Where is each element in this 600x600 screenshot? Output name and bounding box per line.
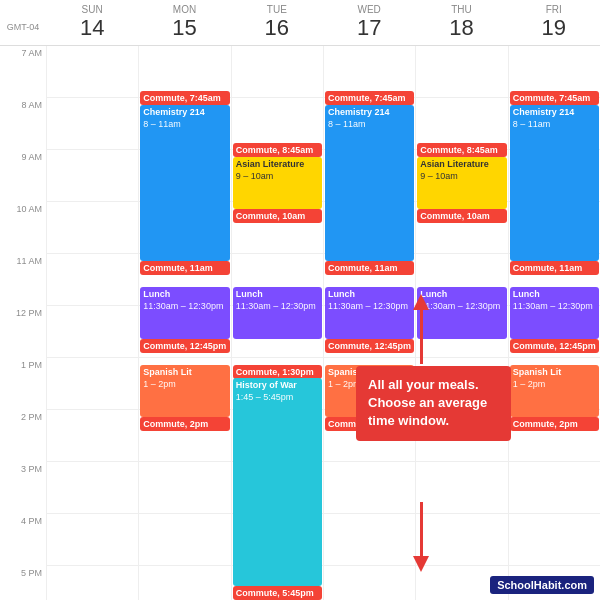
event-chemistry-fri: Chemistry 214 8 – 11am xyxy=(510,105,599,261)
event-history-tue: History of War 1:45 – 5:45pm xyxy=(233,378,322,586)
day-header-sun: SUN 14 xyxy=(46,4,138,41)
event-lunch-thu: Lunch 11:30am – 12:30pm xyxy=(417,287,506,339)
event-commute-fri-4: Commute, 2pm xyxy=(510,417,599,431)
event-commute-fri-1: Commute, 7:45am xyxy=(510,91,599,105)
day-header-mon: MON 15 xyxy=(138,4,230,41)
watermark-label: SchoolHabit.com xyxy=(490,576,594,594)
event-chemistry-wed: Chemistry 214 8 – 11am xyxy=(325,105,414,261)
annotation-arrow-head-up xyxy=(413,294,429,310)
event-chemistry-mon: Chemistry 214 8 – 11am xyxy=(140,105,229,261)
event-asian-lit-thu: Asian Literature 9 – 10am xyxy=(417,157,506,209)
day-header-thu: THU 18 xyxy=(415,4,507,41)
day-header-fri: FRI 19 xyxy=(508,4,600,41)
event-commute-thu-2: Commute, 10am xyxy=(417,209,506,223)
annotation-arrow-line-top xyxy=(420,309,423,364)
timezone-label: GMT-04 xyxy=(0,4,46,41)
day-col-fri: Commute, 7:45am Chemistry 214 8 – 11am C… xyxy=(508,46,600,600)
event-commute-wed-3: Commute, 12:45pm xyxy=(325,339,414,353)
event-commute-mon-4: Commute, 2pm xyxy=(140,417,229,431)
day-header-wed: WED 17 xyxy=(323,4,415,41)
calendar-grid: Commute, 7:45am Chemistry 214 8 – 11am C… xyxy=(46,46,600,600)
event-commute-fri-2: Commute, 11am xyxy=(510,261,599,275)
event-commute-tue-2: Commute, 10am xyxy=(233,209,322,223)
day-col-wed: Commute, 7:45am Chemistry 214 8 – 11am C… xyxy=(323,46,415,600)
event-spanish-fri: Spanish Lit 1 – 2pm xyxy=(510,365,599,417)
day-col-mon: Commute, 7:45am Chemistry 214 8 – 11am C… xyxy=(138,46,230,600)
event-commute-mon-1: Commute, 7:45am xyxy=(140,91,229,105)
day-header-tue: TUE 16 xyxy=(231,4,323,41)
event-lunch-tue: Lunch 11:30am – 12:30pm xyxy=(233,287,322,339)
event-commute-fri-3: Commute, 12:45pm xyxy=(510,339,599,353)
event-commute-tue-1: Commute, 8:45am xyxy=(233,143,322,157)
event-spanish-mon: Spanish Lit 1 – 2pm xyxy=(140,365,229,417)
event-asian-lit-tue: Asian Literature 9 – 10am xyxy=(233,157,322,209)
annotation-arrow-head-down xyxy=(413,556,429,572)
day-col-tue: Commute, 8:45am Asian Literature 9 – 10a… xyxy=(231,46,323,600)
annotation-arrow-line-bottom xyxy=(420,502,423,557)
event-lunch-mon: Lunch 11:30am – 12:30pm xyxy=(140,287,229,339)
event-commute-thu-1: Commute, 8:45am xyxy=(417,143,506,157)
event-commute-wed-1: Commute, 7:45am xyxy=(325,91,414,105)
annotation-box: All all your meals. Choose an average ti… xyxy=(356,366,511,441)
event-commute-wed-2: Commute, 11am xyxy=(325,261,414,275)
calendar: GMT-04 SUN 14 MON 15 TUE 16 WED 17 THU 1… xyxy=(0,0,600,600)
event-commute-tue-4: Commute, 5:45pm xyxy=(233,586,322,600)
event-commute-mon-2: Commute, 11am xyxy=(140,261,229,275)
event-lunch-wed: Lunch 11:30am – 12:30pm xyxy=(325,287,414,339)
calendar-header: GMT-04 SUN 14 MON 15 TUE 16 WED 17 THU 1… xyxy=(0,0,600,46)
time-column: 7 AM 8 AM 9 AM 10 AM 11 AM 12 PM 1 PM 2 … xyxy=(0,46,46,600)
event-lunch-fri: Lunch 11:30am – 12:30pm xyxy=(510,287,599,339)
event-commute-mon-3: Commute, 12:45pm xyxy=(140,339,229,353)
day-col-sun xyxy=(46,46,138,600)
calendar-body: 7 AM 8 AM 9 AM 10 AM 11 AM 12 PM 1 PM 2 … xyxy=(0,46,600,600)
event-commute-tue-3: Commute, 1:30pm xyxy=(233,365,322,379)
day-col-thu: Commute, 8:45am Asian Literature 9 – 10a… xyxy=(415,46,507,600)
